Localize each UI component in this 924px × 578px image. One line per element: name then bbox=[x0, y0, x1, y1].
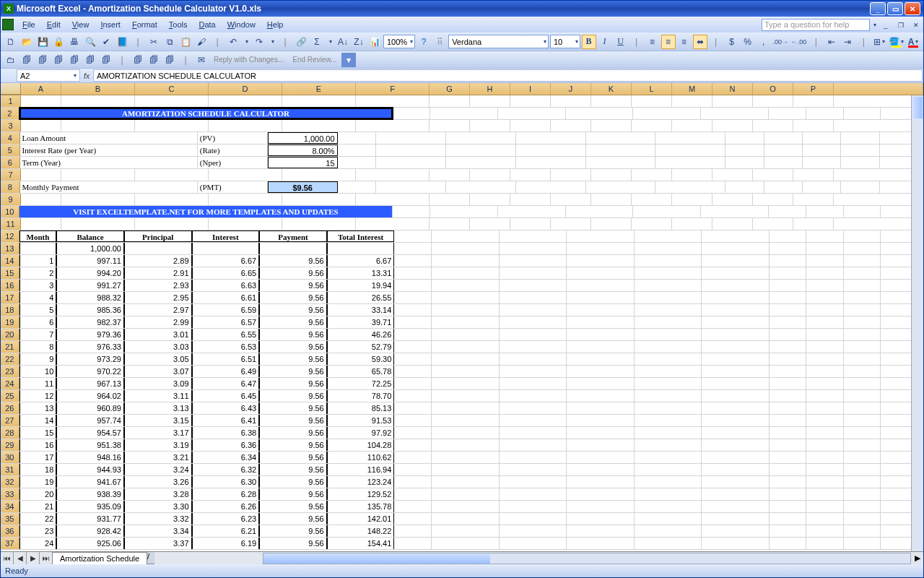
cell[interactable] bbox=[806, 427, 844, 439]
table-cell[interactable]: 3.01 bbox=[124, 329, 192, 340]
cell[interactable] bbox=[635, 525, 702, 537]
table-cell[interactable]: 6.45 bbox=[192, 390, 260, 402]
table-cell[interactable]: 110.62 bbox=[327, 452, 395, 463]
undo-icon[interactable]: ↶ bbox=[226, 35, 240, 49]
cell[interactable] bbox=[356, 169, 430, 181]
cell[interactable] bbox=[500, 280, 567, 291]
cell[interactable] bbox=[551, 169, 591, 181]
table-cell[interactable] bbox=[192, 243, 260, 254]
cell[interactable] bbox=[500, 538, 567, 549]
minimize-button[interactable]: _ bbox=[870, 2, 886, 15]
cell[interactable] bbox=[702, 439, 770, 451]
cell[interactable] bbox=[394, 427, 432, 439]
cell[interactable] bbox=[702, 255, 770, 267]
cell[interactable] bbox=[432, 378, 500, 389]
cell[interactable] bbox=[806, 538, 844, 549]
cell[interactable] bbox=[282, 95, 356, 107]
table-cell[interactable]: 3.28 bbox=[124, 488, 192, 500]
tab-first-icon[interactable]: ⏮ bbox=[1, 552, 14, 564]
cell[interactable] bbox=[844, 316, 881, 328]
cell[interactable] bbox=[432, 452, 500, 463]
autosum-icon[interactable]: Σ bbox=[310, 35, 324, 49]
cell[interactable] bbox=[635, 538, 702, 549]
table-cell[interactable]: 2.97 bbox=[124, 304, 192, 316]
table-cell[interactable]: 148.22 bbox=[327, 525, 395, 537]
cell[interactable] bbox=[446, 132, 516, 144]
code-cell[interactable]: (Rate) bbox=[198, 144, 268, 156]
cell[interactable] bbox=[841, 132, 879, 144]
cell[interactable] bbox=[500, 415, 567, 426]
cell[interactable] bbox=[430, 206, 498, 217]
column-header-G[interactable]: G bbox=[430, 83, 470, 95]
reject-change-icon[interactable]: 🗐 bbox=[162, 53, 177, 67]
borders-icon[interactable]: ⊞ bbox=[872, 35, 886, 49]
cell[interactable] bbox=[432, 267, 500, 279]
table-cell[interactable]: 9.56 bbox=[259, 255, 327, 267]
cell[interactable] bbox=[470, 218, 510, 230]
cell[interactable] bbox=[591, 218, 632, 230]
cell[interactable] bbox=[770, 488, 807, 500]
cell[interactable] bbox=[725, 144, 764, 156]
row-header[interactable]: 25 bbox=[1, 390, 19, 402]
cell[interactable] bbox=[376, 181, 446, 193]
value-cell[interactable]: 1,000.00 bbox=[268, 132, 338, 144]
table-cell[interactable]: 6 bbox=[19, 316, 57, 328]
cell[interactable] bbox=[844, 341, 881, 353]
table-cell[interactable]: 9.56 bbox=[259, 415, 327, 426]
table-cell[interactable]: 17 bbox=[19, 452, 57, 463]
table-cell[interactable]: 9.56 bbox=[259, 280, 327, 291]
cell[interactable] bbox=[725, 132, 764, 144]
table-cell[interactable]: 104.28 bbox=[327, 439, 395, 451]
cell[interactable] bbox=[635, 378, 702, 389]
cell[interactable] bbox=[432, 538, 500, 549]
table-cell[interactable]: 928.42 bbox=[56, 525, 124, 537]
table-cell[interactable]: 957.74 bbox=[56, 415, 124, 426]
table-cell[interactable]: 6.59 bbox=[192, 304, 260, 316]
table-cell[interactable]: 52.79 bbox=[327, 341, 395, 353]
tab-next-icon[interactable]: ▶ bbox=[27, 552, 40, 564]
table-cell[interactable]: 931.77 bbox=[56, 513, 124, 525]
cell[interactable] bbox=[770, 230, 807, 242]
cell[interactable] bbox=[209, 169, 282, 181]
table-cell[interactable]: 22 bbox=[19, 513, 57, 525]
row-header[interactable]: 33 bbox=[1, 488, 19, 500]
cell[interactable] bbox=[394, 366, 432, 377]
label-cell[interactable]: Loan Amount bbox=[20, 132, 198, 144]
permission-icon[interactable]: 🔒 bbox=[51, 35, 66, 49]
align-left-icon[interactable]: ≡ bbox=[645, 35, 660, 49]
cell[interactable] bbox=[806, 255, 844, 267]
chart-icon[interactable]: 📊 bbox=[367, 35, 382, 49]
menu-file[interactable]: File bbox=[17, 19, 41, 30]
cell[interactable] bbox=[500, 488, 567, 500]
cell[interactable] bbox=[500, 292, 567, 303]
cell[interactable] bbox=[61, 169, 135, 181]
cell[interactable] bbox=[806, 464, 844, 475]
cell[interactable] bbox=[394, 353, 432, 365]
row-header[interactable]: 37 bbox=[1, 538, 19, 549]
cell[interactable] bbox=[567, 280, 635, 291]
cell[interactable] bbox=[394, 501, 432, 512]
cell[interactable] bbox=[338, 144, 376, 156]
cell[interactable] bbox=[338, 181, 376, 193]
cell[interactable] bbox=[793, 95, 834, 107]
row-header[interactable]: 18 bbox=[1, 304, 19, 316]
table-cell[interactable]: 3.13 bbox=[124, 402, 192, 414]
vertical-scrollbar[interactable] bbox=[911, 95, 923, 551]
table-cell[interactable]: 935.09 bbox=[56, 501, 124, 512]
table-cell[interactable]: 78.70 bbox=[327, 390, 395, 402]
cell[interactable] bbox=[510, 95, 551, 107]
cell[interactable] bbox=[844, 267, 881, 279]
cell[interactable] bbox=[394, 538, 432, 549]
row-header[interactable]: 15 bbox=[1, 267, 19, 279]
table-cell[interactable]: 24 bbox=[19, 538, 57, 549]
cell[interactable] bbox=[702, 316, 770, 328]
table-cell[interactable]: 982.37 bbox=[56, 316, 124, 328]
cell[interactable] bbox=[844, 538, 881, 549]
font-color-icon[interactable]: A bbox=[906, 35, 920, 49]
cell[interactable] bbox=[635, 427, 702, 439]
cell[interactable] bbox=[567, 366, 635, 377]
row-header[interactable]: 7 bbox=[1, 169, 21, 181]
table-cell[interactable]: 9.56 bbox=[259, 304, 327, 316]
table-cell[interactable]: 6.23 bbox=[192, 513, 260, 525]
cell[interactable] bbox=[793, 194, 834, 205]
